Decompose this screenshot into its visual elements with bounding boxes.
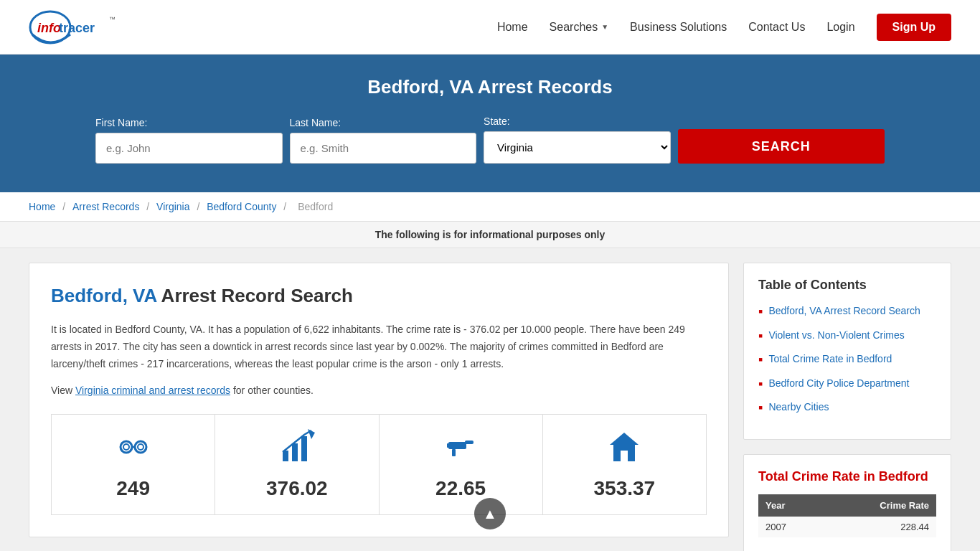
crime-rate-value: 376.02	[222, 477, 371, 500]
search-form: First Name: Last Name: State: Virginia A…	[95, 116, 885, 164]
first-name-group: First Name:	[95, 117, 283, 164]
breadcrumb-bedford: Bedford	[298, 201, 333, 212]
breadcrumb-sep-2: /	[146, 201, 152, 212]
title-dark: Arrest Record Search	[156, 285, 353, 306]
toc-link-2[interactable]: Violent vs. Non-Violent Crimes	[768, 329, 904, 343]
nav-home[interactable]: Home	[497, 21, 528, 34]
breadcrumb-bedford-county[interactable]: Bedford County	[207, 201, 276, 212]
toc-link-4[interactable]: Bedford City Police Department	[768, 377, 909, 391]
svg-rect-19	[621, 451, 628, 461]
crime-rate-header: Crime Rate	[821, 494, 936, 517]
last-name-label: Last Name:	[290, 117, 341, 128]
last-name-group: Last Name:	[290, 117, 477, 164]
svg-point-7	[123, 444, 129, 450]
stat-crime-rate: 376.02	[215, 415, 379, 514]
sidebar: Table of Contents ▪ Bedford, VA Arrest R…	[743, 263, 951, 551]
crime-table-header-row: Year Crime Rate	[758, 494, 936, 517]
first-name-input[interactable]	[95, 133, 283, 164]
arrests-value: 249	[59, 477, 207, 500]
breadcrumb-virginia[interactable]: Virginia	[156, 201, 189, 212]
nav-contact-us[interactable]: Contact Us	[748, 21, 805, 34]
svg-text:™: ™	[109, 16, 116, 23]
toc-link-5[interactable]: Nearby Cities	[768, 400, 829, 415]
svg-rect-13	[448, 442, 466, 449]
toc-link-1[interactable]: Bedford, VA Arrest Record Search	[768, 304, 920, 319]
search-button[interactable]: SEARCH	[678, 129, 885, 164]
svg-marker-17	[610, 433, 639, 445]
svg-rect-11	[301, 436, 307, 461]
svg-point-4	[121, 441, 132, 453]
view-prefix: View	[51, 385, 75, 396]
breadcrumb: Home / Arrest Records / Virginia / Bedfo…	[0, 192, 980, 222]
stat-violent: 22.65	[380, 415, 543, 514]
breadcrumb-home[interactable]: Home	[29, 201, 55, 212]
content-description: It is located in Bedford County, VA. It …	[51, 321, 707, 372]
toc-bullet-3: ▪	[758, 352, 763, 368]
crime-rate-table: Year Crime Rate 2007 228.44	[758, 494, 936, 537]
sidebar-toc: Table of Contents ▪ Bedford, VA Arrest R…	[743, 263, 951, 440]
stats-row: 249 376.02	[51, 414, 707, 515]
svg-point-5	[135, 441, 146, 453]
chevron-down-icon: ▼	[601, 23, 608, 31]
stat-arrests: 249	[52, 415, 215, 514]
svg-rect-10	[292, 443, 298, 461]
breadcrumb-sep-3: /	[197, 201, 202, 212]
state-select[interactable]: Virginia Alabama Alaska Arizona Arkansas…	[484, 131, 671, 164]
scroll-to-top-button[interactable]: ▲	[474, 498, 506, 529]
hero-title: Bedford, VA Arrest Records	[29, 76, 951, 98]
login-button[interactable]: Login	[826, 21, 854, 34]
crime-year: 2007	[758, 517, 821, 537]
house-icon	[550, 429, 699, 471]
site-header: info tracer ™ Home Searches ▼ Business S…	[0, 0, 980, 55]
breadcrumb-arrest-records[interactable]: Arrest Records	[72, 201, 139, 212]
last-name-input[interactable]	[290, 133, 477, 164]
nav-business-solutions[interactable]: Business Solutions	[630, 21, 727, 34]
violent-value: 22.65	[387, 477, 535, 500]
info-bar: The following is for informational purpo…	[0, 222, 980, 248]
property-value: 353.37	[550, 477, 699, 500]
state-group: State: Virginia Alabama Alaska Arizona A…	[484, 116, 671, 164]
toc-bullet-5: ▪	[758, 400, 763, 416]
crime-table-row: 2007 228.44	[758, 517, 936, 537]
content-view-link-para: View Virginia criminal and arrest record…	[51, 382, 707, 400]
state-label: State:	[484, 116, 510, 127]
nav-searches[interactable]: Searches ▼	[550, 21, 609, 34]
year-header: Year	[758, 494, 821, 517]
toc-bullet-4: ▪	[758, 377, 763, 392]
svg-text:tracer: tracer	[59, 21, 95, 35]
toc-title: Table of Contents	[758, 278, 936, 293]
chart-icon	[222, 429, 371, 471]
logo[interactable]: info tracer ™	[29, 7, 143, 47]
toc-link-3[interactable]: Total Crime Rate in Bedford	[768, 352, 892, 367]
toc-item-3: ▪ Total Crime Rate in Bedford	[758, 352, 936, 368]
main-nav: Home Searches ▼ Business Solutions Conta…	[497, 14, 951, 41]
page-title: Bedford, VA Arrest Record Search	[51, 285, 707, 307]
svg-rect-16	[447, 443, 450, 448]
stat-property: 353.37	[543, 415, 706, 514]
crime-rate-val: 228.44	[821, 517, 936, 537]
first-name-label: First Name:	[95, 117, 147, 128]
handcuffs-icon	[59, 429, 207, 471]
toc-item-1: ▪ Bedford, VA Arrest Record Search	[758, 304, 936, 320]
crime-table-title: Total Crime Rate in Bedford	[758, 469, 936, 484]
logo-svg: info tracer ™	[29, 7, 143, 47]
svg-text:info: info	[37, 21, 61, 35]
up-arrow-icon: ▲	[483, 506, 497, 522]
content-area: Bedford, VA Arrest Record Search It is l…	[29, 263, 729, 537]
title-blue: Bedford, VA	[51, 285, 156, 306]
toc-bullet-1: ▪	[758, 304, 763, 320]
breadcrumb-sep-4: /	[283, 201, 289, 212]
toc-bullet-2: ▪	[758, 329, 763, 344]
toc-item-5: ▪ Nearby Cities	[758, 400, 936, 416]
toc-item-2: ▪ Violent vs. Non-Violent Crimes	[758, 329, 936, 344]
svg-rect-15	[452, 449, 456, 456]
virginia-records-link[interactable]: Virginia criminal and arrest records	[75, 385, 230, 396]
svg-point-8	[138, 444, 143, 450]
sidebar-crime-table: Total Crime Rate in Bedford Year Crime R…	[743, 454, 951, 551]
svg-rect-14	[465, 441, 473, 444]
hero-section: Bedford, VA Arrest Records First Name: L…	[0, 55, 980, 192]
gun-icon	[387, 429, 535, 471]
toc-item-4: ▪ Bedford City Police Department	[758, 377, 936, 392]
view-suffix: for other counties.	[230, 385, 314, 396]
signup-button[interactable]: Sign Up	[877, 14, 951, 41]
